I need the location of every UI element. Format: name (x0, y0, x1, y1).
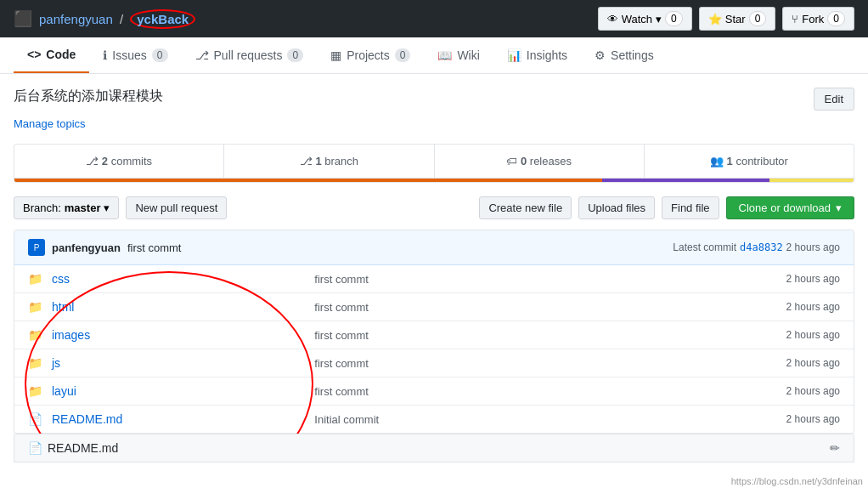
file-name: html (52, 300, 314, 314)
avatar: P (28, 239, 45, 256)
right-controls: Create new file Upload files Find file C… (479, 196, 854, 219)
progress-red (14, 179, 602, 182)
code-label: Code (46, 48, 76, 61)
commit-author-info: P panfengyuan first commt (28, 239, 181, 256)
find-file-button[interactable]: Find file (662, 196, 719, 219)
new-pr-button[interactable]: New pull request (126, 196, 227, 219)
branches-count: 1 (315, 155, 321, 167)
code-icon: <> (27, 48, 41, 61)
file-name: images (52, 328, 314, 342)
folder-icon: 📁 (28, 384, 45, 398)
file-time: 2 hours ago (708, 413, 840, 425)
file-row: 📁 js first commt 2 hours ago (14, 349, 854, 377)
tab-insights[interactable]: 📊 Insights (493, 37, 581, 73)
tab-projects[interactable]: ▦ Projects 0 (317, 37, 424, 73)
tab-code[interactable]: <> Code (14, 37, 89, 73)
folder-icon: 📁 (28, 300, 45, 314)
readme-bar: 📄 README.md ✏ (14, 434, 854, 462)
wiki-icon: 📖 (437, 48, 452, 62)
file-commit-msg: first commt (314, 357, 708, 370)
folder-icon: 📁 (28, 328, 45, 342)
file-row: 📁 html first commt 2 hours ago (14, 293, 854, 321)
branch-selector[interactable]: Branch: master ▾ (14, 196, 119, 219)
commit-author-link[interactable]: panfengyuan (52, 241, 121, 254)
file-commit-msg: Initial commit (314, 413, 708, 426)
username-link[interactable]: panfengyuan (39, 12, 113, 26)
progress-yellow (769, 179, 854, 182)
repo-path: panfengyuan / yckBack (39, 12, 195, 26)
contributors-label: contributor (736, 155, 787, 167)
file-commit-msg: first commt (314, 329, 708, 342)
branch-dropdown-icon: ▾ (104, 201, 110, 214)
fork-button[interactable]: ⑂ Fork 0 (782, 7, 854, 31)
star-icon: ⭐ (708, 13, 722, 26)
commit-message: first commt (127, 241, 182, 254)
controls-bar: Branch: master ▾ New pull request Create… (14, 196, 854, 219)
branches-label: branch (324, 155, 358, 167)
images-link[interactable]: images (52, 328, 90, 342)
repo-name-link[interactable]: yckBack (130, 9, 195, 29)
watermark: https://blog.csdn.net/y3dnfeinan (726, 474, 868, 476)
watch-label: Watch (622, 13, 652, 26)
branches-icon: ⎇ (300, 155, 316, 167)
upload-files-button[interactable]: Upload files (578, 196, 655, 219)
manage-topics-link[interactable]: Manage topics (14, 117, 854, 130)
commit-header: P panfengyuan first commt Latest commit … (14, 230, 854, 265)
file-time: 2 hours ago (708, 385, 840, 397)
tab-issues[interactable]: ℹ Issues 0 (89, 37, 181, 73)
releases-stat[interactable]: 🏷 0 releases (435, 145, 645, 178)
latest-label: Latest commit (673, 241, 736, 253)
branch-label: Branch: (23, 201, 61, 214)
star-count: 0 (749, 11, 767, 26)
commit-hash-link[interactable]: d4a8832 (740, 241, 783, 253)
folder-icon: 📁 (28, 272, 45, 286)
tab-settings[interactable]: ⚙ Settings (581, 37, 668, 73)
commits-stat[interactable]: ⎇ 2 commits (14, 145, 224, 178)
create-new-button[interactable]: Create new file (479, 196, 572, 219)
file-time: 2 hours ago (708, 357, 840, 369)
commit-time: 2 hours ago (786, 241, 840, 253)
releases-label: releases (530, 155, 572, 167)
js-link[interactable]: js (52, 356, 60, 370)
branches-stat[interactable]: ⎇ 1 branch (224, 145, 434, 178)
path-separator: / (120, 12, 123, 26)
repo-description: 后台系统的添加课程模块 (14, 88, 163, 105)
main-content: 后台系统的添加课程模块 Edit Manage topics ⎇ 2 commi… (0, 74, 868, 476)
pr-label: Pull requests (214, 48, 283, 62)
issues-label: Issues (112, 48, 146, 62)
edit-button[interactable]: Edit (814, 88, 854, 111)
commits-label: commits (111, 155, 152, 167)
file-time: 2 hours ago (708, 329, 840, 341)
watch-count: 0 (665, 11, 683, 26)
file-commit-msg: first commt (314, 273, 708, 286)
readme-link[interactable]: README.md (52, 412, 122, 426)
contributors-icon: 👥 (710, 155, 727, 167)
header-actions: 👁 Watch ▾ 0 ⭐ Star 0 ⑂ Fork 0 (598, 7, 854, 31)
watch-button[interactable]: 👁 Watch ▾ 0 (598, 7, 692, 31)
projects-badge: 0 (395, 48, 411, 62)
fork-label: Fork (802, 13, 824, 26)
releases-count: 0 (521, 155, 527, 167)
html-link[interactable]: html (52, 300, 74, 314)
css-link[interactable]: css (52, 272, 70, 286)
clone-download-button[interactable]: Clone or download ▾ (726, 196, 854, 219)
projects-icon: ▦ (330, 48, 341, 62)
tab-pull-requests[interactable]: ⎇ Pull requests 0 (182, 37, 318, 73)
insights-icon: 📊 (507, 48, 521, 62)
pr-icon: ⎇ (195, 48, 209, 62)
star-button[interactable]: ⭐ Star 0 (699, 7, 776, 31)
contributors-stat[interactable]: 👥 1 contributor (645, 145, 854, 178)
file-name: README.md (52, 412, 314, 426)
layui-link[interactable]: layui (52, 384, 76, 398)
progress-purple (602, 179, 770, 182)
contributors-count: 1 (727, 155, 733, 167)
file-name: css (52, 272, 314, 286)
releases-icon: 🏷 (506, 155, 521, 167)
issues-badge: 0 (152, 48, 168, 62)
file-commit-msg: first commt (314, 385, 708, 398)
edit-pencil-icon[interactable]: ✏ (830, 441, 840, 455)
tab-wiki[interactable]: 📖 Wiki (424, 37, 493, 73)
github-logo-icon: ⬛ (14, 9, 32, 28)
folder-icon: 📁 (28, 356, 45, 370)
file-time: 2 hours ago (708, 273, 840, 285)
